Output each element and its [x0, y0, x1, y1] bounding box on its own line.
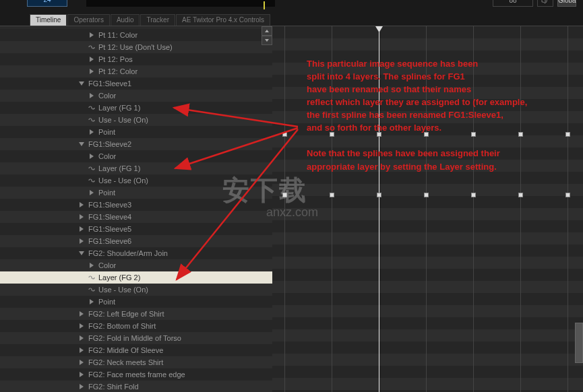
tree-row[interactable]: Use - Use (On) [0, 174, 272, 187]
timeline-row [272, 172, 583, 184]
tree-row[interactable]: FG1:Sleeve1 [0, 77, 272, 90]
tree-row-label: FG1:Sleeve1 [88, 79, 131, 88]
tree-row-label: Pt 12: Pos [98, 55, 133, 63]
scrollbar-thumb[interactable] [575, 323, 583, 363]
tree-row[interactable]: Layer (FG 1) [0, 102, 272, 114]
tree-row[interactable]: Color [0, 150, 272, 162]
scroll-up-button[interactable] [262, 26, 272, 36]
tree-row[interactable]: Pt 11: Color [0, 29, 272, 41]
loop-icon [88, 176, 96, 185]
tree-row[interactable]: Layer (FG 1) [0, 162, 272, 174]
tree-row[interactable]: Layer (FG 2) [0, 271, 272, 284]
keyframe[interactable] [377, 193, 381, 197]
play-icon [78, 310, 86, 318]
global-button[interactable]: Globa [557, 0, 576, 7]
timeline-row [272, 63, 583, 75]
keyframe[interactable] [282, 132, 287, 137]
timeline-row [272, 75, 583, 87]
timeline-row [272, 341, 583, 354]
chevron-down-icon [78, 79, 86, 88]
tab-tracker[interactable]: Tracker [140, 14, 175, 26]
tab-timeline[interactable]: Timeline [30, 14, 67, 26]
chevron-down-icon [78, 140, 86, 148]
play-icon [78, 322, 86, 330]
timeline-row [272, 38, 583, 51]
tab-audio[interactable]: Audio [111, 14, 140, 26]
tab-bar: Timeline Operators Audio Tracker AE Twix… [0, 14, 583, 26]
tree-row[interactable]: Pt 12: Use (Don't Use) [0, 41, 272, 53]
tree-row-label: Color [98, 92, 116, 100]
tree-row[interactable]: FG2: Shirt Fold [0, 381, 272, 392]
tree-row[interactable]: FG1:Sleeve2 [0, 138, 272, 150]
timeline-row [272, 160, 583, 172]
speaker-icon [541, 0, 549, 4]
play-icon [78, 213, 86, 221]
keyframe[interactable] [518, 193, 523, 197]
play-icon [88, 152, 96, 160]
tree-row-label: FG2: Shirt Fold [88, 383, 139, 391]
play-icon [88, 261, 96, 269]
playhead-handle-icon[interactable] [375, 26, 383, 32]
frame-value-box[interactable]: 24 [27, 0, 67, 7]
timeline-row [272, 317, 583, 329]
timeline-row [272, 354, 583, 366]
tree-row[interactable]: Point [0, 187, 272, 199]
tree-row[interactable]: FG1:Sleeve4 [0, 211, 272, 223]
tree-row[interactable]: FG2: Middle Of Sleeve [0, 344, 272, 356]
keyframe[interactable] [471, 132, 476, 137]
tree-row-label: FG2: Neck meets Shirt [88, 358, 163, 366]
tree-row[interactable]: FG2: Fold in Middle of Torso [0, 332, 272, 344]
tab-operators[interactable]: Operators [67, 14, 109, 26]
timeline-panel[interactable] [272, 26, 583, 392]
tree-row[interactable]: FG2: Left Edge of Shirt [0, 308, 272, 320]
tree-row-label: Use - Use (On) [98, 176, 148, 185]
keyframe[interactable] [565, 132, 570, 137]
tree-row[interactable]: FG2: Neck meets Shirt [0, 356, 272, 368]
tree-row[interactable]: Color [0, 90, 272, 102]
loop-icon [88, 286, 96, 294]
tree-row[interactable]: FG1:Sleeve3 [0, 199, 272, 211]
timeline-row [272, 305, 583, 317]
timeline-row [272, 220, 583, 232]
tree-row[interactable]: Pt 12: Pos [0, 53, 272, 65]
timeline-row [272, 281, 583, 293]
keyframe[interactable] [424, 132, 429, 137]
tree-row[interactable]: FG2: Face meets frame edge [0, 368, 272, 381]
playhead[interactable] [379, 26, 379, 392]
tab-ae-twixtor[interactable]: AE Twixtor Pro 4.x Controls [176, 14, 270, 26]
keyframe[interactable] [330, 193, 334, 197]
keyframe[interactable] [282, 193, 287, 197]
tree-row[interactable]: Pt 12: Color [0, 65, 272, 77]
meter-tick [264, 1, 265, 9]
tree-row-label: Color [98, 261, 116, 269]
keyframe[interactable] [518, 132, 523, 137]
tree-row[interactable]: Use - Use (On) [0, 114, 272, 126]
right-value-box[interactable]: 88 [493, 0, 533, 7]
keyframe[interactable] [330, 132, 334, 137]
tree-row-label: FG2: Bottom of Shirt [88, 322, 156, 330]
play-icon [88, 92, 96, 100]
up-arrow-icon [264, 29, 270, 33]
tree-row[interactable]: Color [0, 259, 272, 271]
play-icon [78, 237, 86, 245]
loop-icon [88, 116, 96, 124]
tree-row-label: Color [98, 152, 116, 160]
timeline-row [272, 257, 583, 269]
tree-row[interactable]: FG1:Sleeve5 [0, 223, 272, 235]
tree-row[interactable]: Point [0, 296, 272, 308]
speaker-button[interactable] [537, 0, 553, 7]
tree-row[interactable]: Use - Use (On) [0, 284, 272, 296]
keyframe[interactable] [565, 193, 570, 197]
keyframe[interactable] [424, 193, 429, 197]
keyframe[interactable] [377, 132, 381, 137]
chevron-down-icon [78, 249, 86, 257]
tree-row[interactable]: FG1:Sleeve6 [0, 235, 272, 247]
keyframe[interactable] [471, 193, 476, 197]
scroll-menu-button[interactable] [262, 36, 272, 45]
audio-meter [86, 0, 275, 7]
tree-row-label: FG2: Shoulder/Arm Join [88, 249, 168, 257]
tree-row-label: Point [98, 189, 115, 197]
tree-row[interactable]: Point [0, 126, 272, 138]
tree-row[interactable]: FG2: Shoulder/Arm Join [0, 247, 272, 259]
tree-row[interactable]: FG2: Bottom of Shirt [0, 320, 272, 332]
